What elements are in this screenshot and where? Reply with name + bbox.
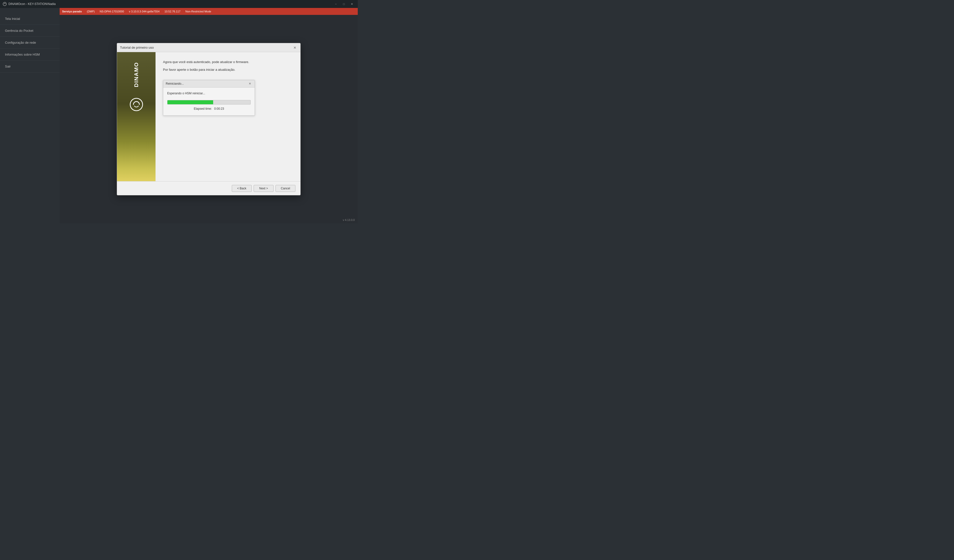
inner-dialog-body: Esperando o HSM reiniciar... Elapsed tim… [163,88,255,115]
version-label: v 4.13.0.0 [343,218,355,221]
operation-mode: Non-Restricted Mode [186,10,211,13]
ns-id: NS-DPHI-17010000 [100,10,124,13]
svg-point-1 [130,98,143,111]
inner-dialog-close-button[interactable]: ✕ [248,81,252,86]
close-button[interactable]: ✕ [348,2,355,6]
app-logo-icon [3,2,7,6]
cancel-button[interactable]: Cancel [276,185,295,192]
sidebar: Tela Inicial Gerência do Pocket Configur… [0,8,60,223]
dinamo-circle-icon [129,97,144,112]
progress-bar-container [167,100,251,104]
window-controls: − □ ✕ [332,2,355,6]
minimize-button[interactable]: − [332,2,339,6]
sidebar-label-informacoes-hsm: Informações sobre HSM [5,53,40,56]
reiniciando-dialog: Reiniciando... ✕ Esperando o HSM reinici… [163,80,255,116]
device-type: (DMP) [87,10,95,13]
service-status: Serviço parado [62,10,82,13]
modal-overlay: Tutorial de primeiro uso ✕ DINAMO [60,15,358,223]
titlebar: DINAMOcon - KEY-STATION\Nadia − □ ✕ [0,0,358,8]
tutorial-dialog: Tutorial de primeiro uso ✕ DINAMO [117,43,301,195]
main-content: Tutorial de primeiro uso ✕ DINAMO [60,15,358,223]
next-button[interactable]: Next > [254,185,274,192]
inner-dialog-header: Reiniciando... ✕ [163,80,255,88]
elapsed-value: 0:00:23 [214,107,224,110]
maximize-button[interactable]: □ [340,2,347,6]
elapsed-time: Elapsed time: 0:00:23 [167,107,251,110]
sidebar-label-tela-inicial: Tela Inicial [5,17,20,20]
app-title: DINAMOcon - KEY-STATION\Nadia [8,2,332,6]
content-panel: Agora que você está autenticado, pode at… [156,52,300,181]
dialog-body: DINAMO Agora que você está autenticado, … [117,52,300,181]
dinamo-logo-text: DINAMO [133,62,140,87]
sidebar-item-informacoes-hsm[interactable]: Informações sobre HSM [0,49,60,61]
dialog-footer: < Back Next > Cancel [117,181,300,195]
progress-bar-filled [167,100,213,104]
ip-address: 10.52.76.117 [164,10,180,13]
status-bar: Serviço parado (DMP) NS-DPHI-17010000 v … [60,8,358,15]
firmware-update-text-1: Agora que você está autenticado, pode at… [163,59,293,65]
sidebar-item-configuracao-rede[interactable]: Configuração de rede [0,37,60,49]
firmware-version: v 3.10.0.3-344-ge8e7554 [129,10,159,13]
sidebar-item-gerencia-pocket[interactable]: Gerência do Pocket [0,25,60,37]
dialog-title: Tutorial de primeiro uso [120,46,292,50]
sidebar-item-sair[interactable]: Sair [0,61,60,73]
sidebar-label-sair: Sair [5,65,11,68]
hsm-restart-status: Esperando o HSM reiniciar... [167,92,251,95]
firmware-update-text-2: Por favor aperte o botão para iniciar a … [163,67,293,73]
sidebar-item-tela-inicial[interactable]: Tela Inicial [0,13,60,25]
dialog-header: Tutorial de primeiro uso ✕ [117,43,300,52]
back-button[interactable]: < Back [232,185,252,192]
sidebar-label-configuracao-rede: Configuração de rede [5,41,36,44]
svg-point-0 [3,2,6,6]
branding-panel: DINAMO [117,52,156,181]
inner-dialog-title: Reiniciando... [166,82,248,86]
sidebar-label-gerencia-pocket: Gerência do Pocket [5,29,33,33]
dialog-close-button[interactable]: ✕ [292,45,298,50]
elapsed-label: Elapsed time: [194,107,212,110]
